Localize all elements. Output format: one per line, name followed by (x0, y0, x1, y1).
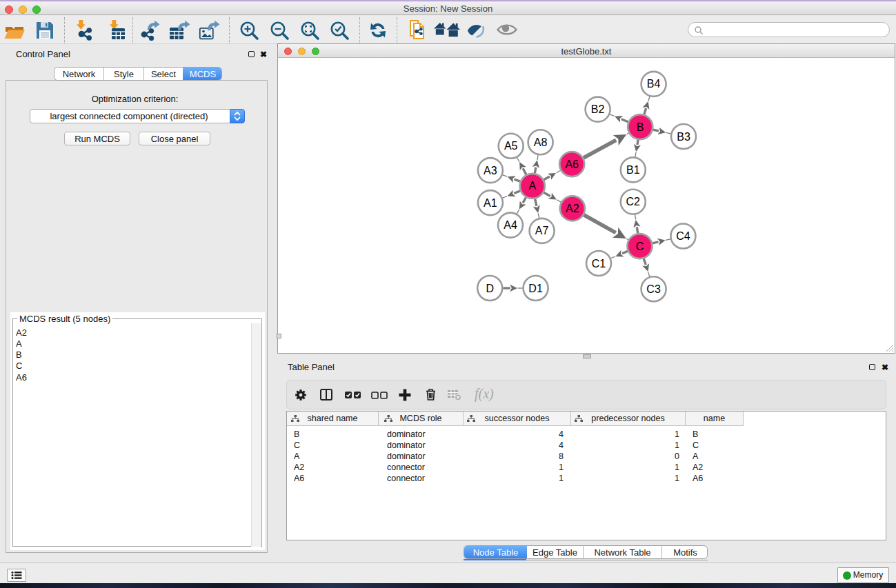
svg-text:C2: C2 (626, 196, 641, 207)
svg-text:A3: A3 (484, 165, 497, 176)
svg-text:C4: C4 (676, 230, 690, 242)
svg-text:C1: C1 (592, 258, 606, 270)
svg-text:B3: B3 (677, 131, 690, 143)
svg-text:B4: B4 (647, 78, 661, 90)
svg-text:A4: A4 (504, 219, 517, 231)
svg-text:A2: A2 (566, 203, 579, 214)
svg-text:B: B (637, 121, 644, 133)
svg-text:A7: A7 (535, 225, 549, 236)
svg-text:A: A (528, 180, 536, 192)
svg-text:B2: B2 (591, 103, 605, 115)
svg-text:D: D (486, 283, 494, 294)
svg-text:B1: B1 (626, 164, 640, 176)
svg-text:A8: A8 (534, 136, 548, 148)
svg-text:A5: A5 (504, 140, 518, 152)
svg-text:A6: A6 (565, 159, 579, 170)
svg-text:A1: A1 (484, 197, 497, 209)
svg-text:C3: C3 (646, 283, 661, 295)
svg-text:D1: D1 (528, 283, 543, 294)
svg-text:C: C (636, 241, 644, 252)
